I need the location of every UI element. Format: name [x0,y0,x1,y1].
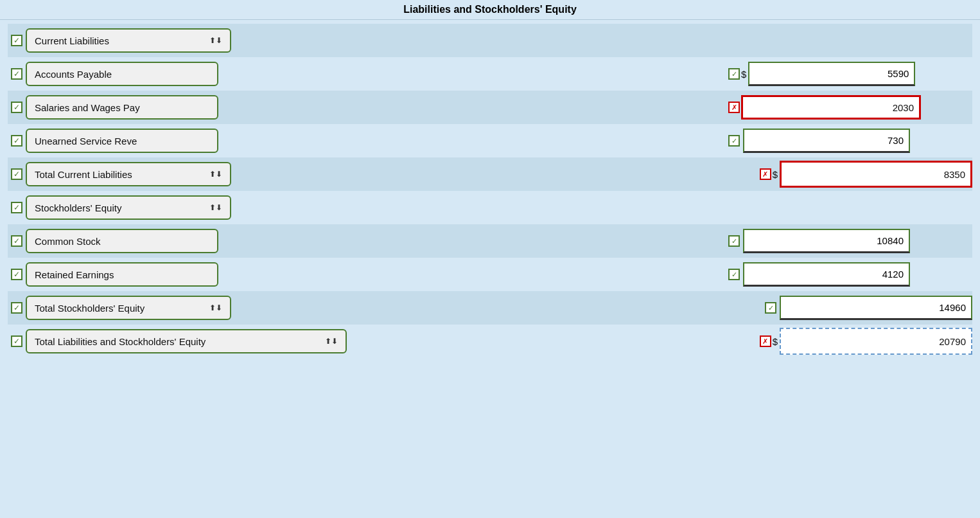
common-stock-input[interactable]: 10840 [743,229,910,253]
checkbox-area-ap: ✓ [8,68,26,80]
salaries-wages-label: Salaries and Wages Pay [35,102,140,113]
stockholders-equity-label-area: Stockholders' Equity ⬆⬇ [26,195,257,220]
total-stockholders-equity-value: 14960 [939,302,966,313]
common-stock-checkbox[interactable]: ✓ [11,235,22,247]
common-stock-row: ✓ Common Stock ✓ 10840 [8,224,972,258]
main-container: ✓ Current Liabilities ⬆⬇ ✓ Accounts Paya… [0,20,980,362]
retained-earnings-label: Retained Earnings [35,269,114,280]
salaries-wages-value: 2030 [893,102,914,113]
unearned-service-checkbox[interactable]: ✓ [11,135,22,147]
salaries-wages-row: ✓ Salaries and Wages Pay ✗ 2030 [8,91,972,124]
grand-total-input[interactable]: 20790 [780,328,972,355]
total-stockholders-equity-input[interactable]: 14960 [780,296,972,320]
total-stockholders-equity-dropdown[interactable]: Total Stockholders' Equity ⬆⬇ [26,296,231,320]
grand-total-dropdown[interactable]: Total Liabilities and Stockholders' Equi… [26,329,347,353]
checkbox-area-cs: ✓ [8,235,26,247]
grand-total-value-area: ✗ $ 20790 [760,328,972,355]
checkbox-area-re: ✓ [8,269,26,280]
common-stock-mid-checkbox[interactable]: ✓ [728,235,740,247]
stockholders-equity-dropdown[interactable]: Stockholders' Equity ⬆⬇ [26,195,231,220]
salaries-wages-label-box: Salaries and Wages Pay [26,95,218,120]
retained-earnings-checkbox[interactable]: ✓ [11,269,22,280]
common-stock-value-area: ✓ 10840 [728,229,972,253]
checkbox-area-tse: ✓ [8,302,26,314]
tcl-dropdown-arrow-icon: ⬆⬇ [209,170,222,179]
current-liabilities-checkbox[interactable]: ✓ [11,35,22,46]
retained-earnings-label-box: Retained Earnings [26,262,218,287]
current-liabilities-header-row: ✓ Current Liabilities ⬆⬇ [8,24,972,57]
total-stockholders-equity-checkbox[interactable]: ✓ [11,302,22,314]
current-liabilities-label-area: Current Liabilities ⬆⬇ [26,28,257,53]
accounts-payable-value: 5590 [888,68,909,79]
salaries-wages-label-area: Salaries and Wages Pay [26,95,257,120]
accounts-payable-label: Accounts Payable [35,69,112,80]
total-stockholders-equity-value-area: ✓ 14960 [765,296,972,320]
salaries-wages-checkbox[interactable]: ✓ [11,102,22,113]
total-stockholders-equity-row: ✓ Total Stockholders' Equity ⬆⬇ ✓ 14960 [8,291,972,325]
tse-dropdown-arrow-icon: ⬆⬇ [209,303,222,312]
current-liabilities-label: Current Liabilities [35,35,109,46]
total-current-liabilities-checkbox[interactable]: ✓ [11,168,22,180]
retained-earnings-row: ✓ Retained Earnings ✓ 4120 [8,258,972,291]
unearned-service-input[interactable]: 730 [743,129,910,153]
dropdown-arrow-icon: ⬆⬇ [209,36,222,45]
common-stock-label-area: Common Stock [26,229,257,253]
page-title: Liabilities and Stockholders' Equity [0,0,980,20]
total-current-liabilities-value: 8350 [944,169,965,180]
stockholders-equity-checkbox[interactable]: ✓ [11,202,22,213]
accounts-payable-mid-checkbox[interactable]: ✓ [728,68,740,80]
retained-earnings-input[interactable]: 4120 [743,262,910,287]
dollar-sign-tcl: $ [773,169,778,180]
unearned-service-label-area: Unearned Service Reve [26,129,257,153]
total-current-liabilities-value-area: ✗ $ 8350 [760,161,972,188]
total-current-liabilities-dropdown[interactable]: Total Current Liabilities ⬆⬇ [26,162,231,186]
grand-total-x-icon[interactable]: ✗ [760,335,771,347]
total-current-liabilities-label-area: Total Current Liabilities ⬆⬇ [26,162,257,186]
grand-total-checkbox[interactable]: ✓ [11,335,22,347]
accounts-payable-label-box: Accounts Payable [26,62,218,86]
salaries-wages-input[interactable]: 2030 [741,95,921,120]
accounts-payable-checkbox[interactable]: ✓ [11,68,22,80]
tse-right-checkbox[interactable]: ✓ [765,302,776,314]
accounts-payable-input[interactable]: 5590 [748,62,915,86]
accounts-payable-label-area: Accounts Payable [26,62,257,86]
salaries-wages-value-area: ✗ 2030 [728,95,972,120]
unearned-service-value: 730 [888,135,904,146]
retained-earnings-label-area: Retained Earnings [26,262,257,287]
accounts-payable-row: ✓ Accounts Payable ✓ $ 5590 [8,57,972,91]
unearned-service-label-box: Unearned Service Reve [26,129,218,153]
common-stock-label: Common Stock [35,236,101,247]
grand-total-row: ✓ Total Liabilities and Stockholders' Eq… [8,325,972,358]
checkbox-area-sw: ✓ [8,102,26,113]
total-current-liabilities-input[interactable]: 8350 [780,161,972,188]
checkbox-area: ✓ [8,35,26,46]
unearned-service-value-area: ✓ 730 [728,129,972,153]
unearned-service-mid-checkbox[interactable]: ✓ [728,135,740,147]
total-current-liabilities-row: ✓ Total Current Liabilities ⬆⬇ ✗ $ 8350 [8,157,972,191]
tcl-error-icon[interactable]: ✗ [760,168,771,180]
total-stockholders-equity-label: Total Stockholders' Equity [35,303,144,314]
accounts-payable-value-area: ✓ $ 5590 [728,62,972,86]
se-dropdown-arrow-icon: ⬆⬇ [209,203,222,212]
dollar-sign-ap: $ [741,69,746,80]
checkbox-area-se: ✓ [8,202,26,213]
grand-total-label-area: Total Liabilities and Stockholders' Equi… [26,329,257,353]
unearned-service-label: Unearned Service Reve [35,136,137,147]
grand-total-label: Total Liabilities and Stockholders' Equi… [35,336,206,347]
current-liabilities-dropdown[interactable]: Current Liabilities ⬆⬇ [26,28,231,53]
salaries-wages-error-icon[interactable]: ✗ [728,102,740,113]
gt-dropdown-arrow-icon: ⬆⬇ [325,337,338,346]
checkbox-area-usr: ✓ [8,135,26,147]
dollar-sign-gt: $ [773,336,778,347]
checkbox-area-tcl: ✓ [8,168,26,180]
unearned-service-row: ✓ Unearned Service Reve ✓ 730 [8,124,972,157]
retained-earnings-mid-checkbox[interactable]: ✓ [728,269,740,280]
checkbox-area-gt: ✓ [8,335,26,347]
grand-total-value: 20790 [939,336,966,347]
retained-earnings-value: 4120 [882,269,904,280]
stockholders-equity-header-row: ✓ Stockholders' Equity ⬆⬇ [8,191,972,224]
total-stockholders-equity-label-area: Total Stockholders' Equity ⬆⬇ [26,296,257,320]
total-current-liabilities-label: Total Current Liabilities [35,169,132,180]
common-stock-label-box: Common Stock [26,229,218,253]
stockholders-equity-label: Stockholders' Equity [35,202,121,213]
